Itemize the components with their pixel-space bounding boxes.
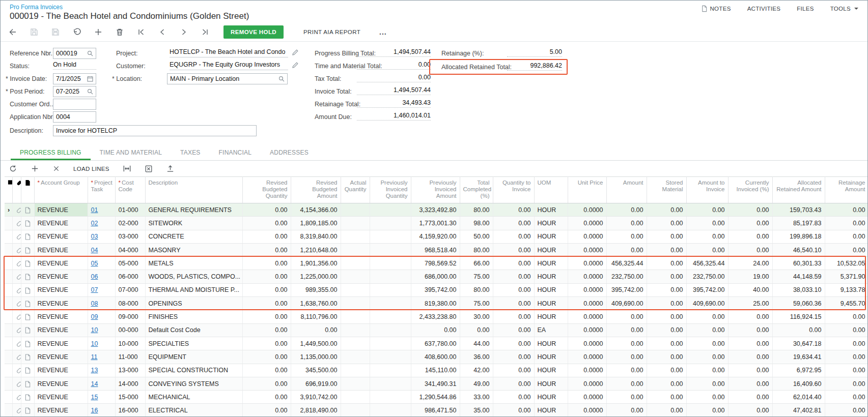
- cell-currently_invoiced_pct[interactable]: 0.00: [728, 364, 772, 377]
- cell-currently_invoiced_pct[interactable]: 0.00: [728, 377, 772, 390]
- cell-project_task[interactable]: 15: [88, 391, 115, 404]
- cell-allocated_retained_amount[interactable]: 199,896.18: [772, 230, 825, 243]
- cell-previously_invoiced_amount[interactable]: 408,600.00: [411, 350, 460, 364]
- cell-revised_budgeted_quantity[interactable]: 0.00: [242, 257, 291, 270]
- cell-amount[interactable]: 395,742.00: [606, 283, 647, 296]
- cell-project_task[interactable]: 02: [88, 217, 115, 230]
- cell-cost_code[interactable]: 15-000: [115, 391, 145, 404]
- cell-project_task[interactable]: 05: [88, 257, 115, 270]
- paperclip-icon[interactable]: [12, 364, 21, 377]
- pencil-icon[interactable]: [292, 49, 298, 58]
- cell-actual_quantity[interactable]: [341, 243, 370, 256]
- cell-stored_material[interactable]: 0.00: [647, 323, 686, 337]
- cell-unit_price[interactable]: 0.0000: [568, 337, 606, 350]
- cell-allocated_retained_amount[interactable]: 0.00: [772, 323, 825, 337]
- cell-revised_budgeted_quantity[interactable]: 0.00: [242, 203, 291, 217]
- cell-revised_budgeted_quantity[interactable]: 0.00: [242, 270, 291, 283]
- print-aia-report-button[interactable]: PRINT AIA REPORT: [303, 29, 360, 35]
- cell-stored_material[interactable]: 0.00: [647, 203, 686, 217]
- cell-total_completed_pct[interactable]: 0.00: [460, 323, 493, 337]
- cell-retainage_amount[interactable]: 0.00: [825, 323, 868, 337]
- cell-revised_budgeted_amount[interactable]: 345,500.00: [291, 364, 341, 377]
- cell-cost_code[interactable]: 02-000: [115, 217, 145, 230]
- cell-revised_budgeted_quantity[interactable]: 0.00: [242, 350, 291, 364]
- cell-cost_code[interactable]: 06-000: [115, 270, 145, 283]
- cell-description[interactable]: MECHANICAL: [145, 391, 242, 404]
- paperclip-icon[interactable]: [12, 283, 21, 296]
- cell-total_completed_pct[interactable]: 35.00: [460, 404, 493, 416]
- calendar-icon[interactable]: [87, 76, 93, 82]
- cell-revised_budgeted_quantity[interactable]: 0.00: [242, 404, 291, 416]
- cell-amount[interactable]: 0.00: [606, 377, 647, 390]
- cell-allocated_retained_amount[interactable]: 30,647.18: [772, 337, 825, 350]
- cell-unit_price[interactable]: 0.0000: [568, 217, 606, 230]
- cell-currently_invoiced_pct[interactable]: 0.00: [728, 404, 772, 416]
- cell-currently_invoiced_pct[interactable]: 0.00: [728, 230, 772, 243]
- reference-nbr-field[interactable]: 000019: [53, 48, 96, 59]
- cell-revised_budgeted_quantity[interactable]: 0.00: [242, 337, 291, 350]
- grid-row-5[interactable]: REVENUE0505-000METALS0.001,901,356.00798…: [5, 257, 868, 270]
- cell-revised_budgeted_quantity[interactable]: 0.00: [242, 377, 291, 390]
- cell-total_completed_pct[interactable]: 30.00: [460, 310, 493, 323]
- cell-actual_quantity[interactable]: [341, 364, 370, 377]
- cell-amount[interactable]: 0.00: [606, 404, 647, 416]
- cell-cost_code[interactable]: 07-000: [115, 283, 145, 296]
- cell-quantity_to_invoice[interactable]: 0.00: [493, 337, 534, 350]
- cell-currently_invoiced_pct[interactable]: 25.00: [728, 297, 772, 310]
- cell-revised_budgeted_amount[interactable]: 1,449,500.00: [291, 337, 341, 350]
- export-excel-button[interactable]: [145, 165, 153, 173]
- cell-uom[interactable]: HOUR: [534, 243, 568, 256]
- cell-account_group[interactable]: REVENUE: [34, 297, 88, 310]
- cell-currently_invoiced_pct[interactable]: 0.00: [728, 323, 772, 337]
- cell-stored_material[interactable]: 0.00: [647, 350, 686, 364]
- cell-amount_to_invoice[interactable]: 0.00: [686, 377, 728, 390]
- cell-amount[interactable]: 0.00: [606, 323, 647, 337]
- cell-allocated_retained_amount[interactable]: 85,197.83: [772, 217, 825, 230]
- cell-description[interactable]: EQUIPMENT: [145, 350, 242, 364]
- note-icon[interactable]: [21, 377, 34, 390]
- cell-amount_to_invoice[interactable]: 0.00: [686, 217, 728, 230]
- cell-stored_material[interactable]: 0.00: [647, 391, 686, 404]
- tab-time-and-material[interactable]: TIME AND MATERIAL: [91, 145, 172, 160]
- cell-actual_quantity[interactable]: [341, 283, 370, 296]
- cell-amount_to_invoice[interactable]: 0.00: [686, 337, 728, 350]
- note-icon[interactable]: [21, 270, 34, 283]
- cell-uom[interactable]: HOUR: [534, 203, 568, 217]
- paperclip-icon[interactable]: [12, 230, 21, 243]
- cell-previously_invoiced_quantity[interactable]: [370, 391, 411, 404]
- column-header-unit_price[interactable]: Unit Price: [568, 177, 606, 203]
- cell-account_group[interactable]: REVENUE: [34, 377, 88, 390]
- cell-retainage_amount[interactable]: 9,133.78: [825, 283, 868, 296]
- cell-previously_invoiced_amount[interactable]: 2,433,238.80: [411, 310, 460, 323]
- cell-description[interactable]: GENERAL REQUIREMENTS: [145, 203, 242, 217]
- cell-quantity_to_invoice[interactable]: 0.00: [493, 377, 534, 390]
- cell-account_group[interactable]: REVENUE: [34, 257, 88, 270]
- cell-uom[interactable]: HOUR: [534, 297, 568, 310]
- cell-currently_invoiced_pct[interactable]: 40.00: [728, 283, 772, 296]
- cell-stored_material[interactable]: 0.00: [647, 404, 686, 416]
- paperclip-icon[interactable]: [12, 270, 21, 283]
- column-header-retainage_amount[interactable]: Retainage Amount: [825, 177, 868, 203]
- column-header-note-icon[interactable]: [21, 177, 34, 203]
- cell-quantity_to_invoice[interactable]: 0.00: [493, 203, 534, 217]
- tools-menu-button[interactable]: TOOLS: [830, 6, 858, 12]
- cell-allocated_retained_amount[interactable]: 19,634.41: [772, 350, 825, 364]
- paperclip-icon[interactable]: [12, 404, 21, 416]
- cell-actual_quantity[interactable]: [341, 350, 370, 364]
- cell-amount_to_invoice[interactable]: 232,750.00: [686, 270, 728, 283]
- cell-retainage_amount[interactable]: 0.00: [825, 243, 868, 256]
- cell-quantity_to_invoice[interactable]: 0.00: [493, 350, 534, 364]
- cell-uom[interactable]: HOUR: [534, 337, 568, 350]
- cell-revised_budgeted_amount[interactable]: 1,225,000.00: [291, 270, 341, 283]
- cell-account_group[interactable]: REVENUE: [34, 217, 88, 230]
- cell-cost_code[interactable]: 16-000: [115, 404, 145, 416]
- cell-revised_budgeted_quantity[interactable]: 0.00: [242, 230, 291, 243]
- cell-currently_invoiced_pct[interactable]: 24.00: [728, 257, 772, 270]
- cell-cost_code[interactable]: 04-000: [115, 243, 145, 256]
- cell-allocated_retained_amount[interactable]: 116,924.15: [772, 310, 825, 323]
- cell-retainage_amount[interactable]: 0.00: [825, 364, 868, 377]
- project-task-link[interactable]: 05: [91, 260, 98, 267]
- cell-cost_code[interactable]: 09-000: [115, 310, 145, 323]
- cell-unit_price[interactable]: 0.0000: [568, 404, 606, 416]
- project-task-link[interactable]: 02: [91, 220, 98, 227]
